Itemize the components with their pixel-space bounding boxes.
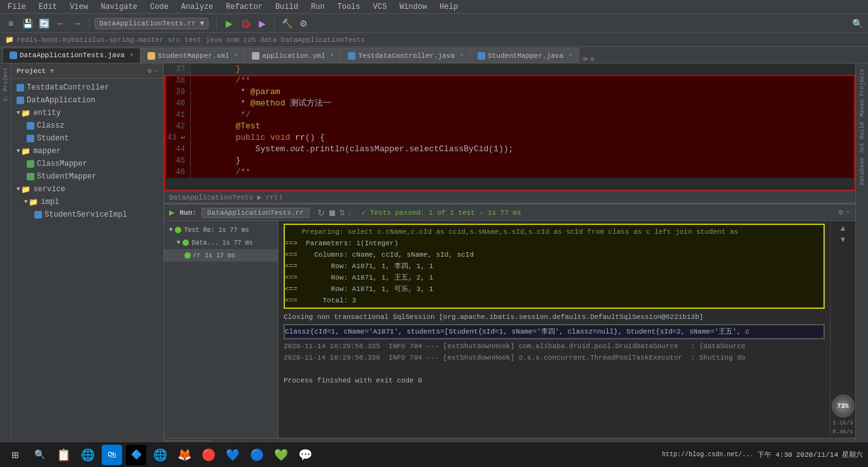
taskview-btn[interactable]: 📋 bbox=[53, 445, 74, 465]
menu-refactor[interactable]: Refactor bbox=[223, 1, 265, 13]
code-line-37: 37 } bbox=[165, 64, 855, 75]
run-item-testresult[interactable]: ▼ Test Re: 1s 77 ms bbox=[164, 224, 278, 236]
run-play-btn[interactable]: ▶ bbox=[169, 207, 174, 218]
project-dropdown-icon[interactable]: ▼ bbox=[50, 67, 54, 75]
store-icon[interactable]: 🛍 bbox=[102, 445, 122, 465]
tree-item-testdatacontroller[interactable]: TestdataController bbox=[11, 81, 163, 94]
tree-expand-service: ▼ bbox=[17, 186, 20, 193]
tab-close-ctrl[interactable]: × bbox=[460, 52, 464, 59]
tree-icon-student bbox=[27, 135, 34, 142]
toolbar-save-btn[interactable]: 💾 bbox=[20, 17, 34, 30]
tree-item-service-folder[interactable]: ▼ 📁 service bbox=[11, 183, 163, 196]
tree-item-entity-folder[interactable]: ▼ 📁 entity bbox=[11, 107, 163, 119]
tab-datapplicationtests[interactable]: DataApplicationTests.java × bbox=[3, 48, 141, 63]
run-item-data[interactable]: ▼ Data... 1s 77 ms bbox=[164, 236, 278, 249]
app9-icon[interactable]: 💚 bbox=[271, 445, 291, 465]
tree-item-student[interactable]: Student bbox=[11, 132, 163, 145]
chrome-icon[interactable]: 🌐 bbox=[150, 445, 170, 465]
toolbar-sep1 bbox=[89, 18, 90, 29]
run-item-label-2: Data... 1s 77 ms bbox=[191, 240, 252, 247]
menu-navigate[interactable]: Navigate bbox=[98, 1, 140, 13]
firefox-icon[interactable]: 🦊 bbox=[174, 445, 195, 465]
tab-close-mapper[interactable]: × bbox=[568, 52, 572, 59]
database-tab[interactable]: Database bbox=[858, 155, 866, 187]
code-line-46: 46 /** bbox=[165, 166, 855, 178]
tree-item-dataapplication[interactable]: DataApplication bbox=[11, 94, 163, 107]
tree-item-mapper-folder[interactable]: ▼ 📁 mapper bbox=[11, 145, 163, 158]
sort-btn[interactable]: ⇅ bbox=[339, 208, 345, 218]
tab-close-datatests[interactable]: × bbox=[130, 52, 134, 59]
run-with-coverage-btn[interactable]: ▶ bbox=[255, 17, 269, 30]
run-btn[interactable]: ▶ bbox=[222, 17, 236, 30]
menu-run[interactable]: Run bbox=[308, 1, 327, 13]
breadcrumb-path: redis-boot-mybatislus-spring-master src … bbox=[17, 36, 365, 44]
menu-view[interactable]: View bbox=[67, 1, 91, 13]
intellij-icon[interactable]: 🔷 bbox=[126, 445, 146, 465]
line-num-37: 37 bbox=[165, 64, 191, 75]
ant-build-tab[interactable]: Ant Build bbox=[858, 119, 866, 156]
rerun-btn[interactable]: ↻ bbox=[317, 208, 325, 218]
taskbar-dayofweek: 星期六 bbox=[842, 450, 863, 459]
project-tab-vertical[interactable]: 1: Project bbox=[1, 64, 10, 105]
scroll-up-btn[interactable]: ▲ bbox=[839, 224, 847, 233]
menu-analyze[interactable]: Analyze bbox=[179, 1, 216, 13]
toolbar-forward-btn[interactable]: → bbox=[70, 17, 84, 30]
run-config-label[interactable]: DataApplicationTests.rr ▼ bbox=[95, 18, 209, 29]
run-item-rr[interactable]: rr 1s 17 ms bbox=[164, 249, 278, 262]
menu-help[interactable]: Help bbox=[437, 1, 460, 13]
stop-btn[interactable]: ⏹ bbox=[327, 208, 336, 218]
app6-icon[interactable]: 🔴 bbox=[198, 445, 219, 465]
menu-code[interactable]: Code bbox=[148, 1, 171, 13]
menu-file[interactable]: File bbox=[5, 1, 29, 13]
toolbar-sync-btn[interactable]: 🔄 bbox=[37, 17, 51, 30]
scroll-down-btn[interactable]: ▼ bbox=[839, 235, 847, 244]
panel-minimize-icon[interactable]: − bbox=[846, 208, 850, 217]
tree-item-classz[interactable]: Classz bbox=[11, 119, 163, 132]
tree-item-studentmapper[interactable]: StudentMapper bbox=[11, 170, 163, 183]
project-panel: Project ▼ ⚙ − TestdataController DataApp… bbox=[11, 64, 164, 453]
tree-item-studentserviceimpl[interactable]: StudentServiceImpl bbox=[11, 208, 163, 221]
vscode-icon[interactable]: 💙 bbox=[223, 445, 243, 465]
tabs-settings-btn[interactable]: ⚙ bbox=[591, 55, 595, 63]
tree-icon-classz bbox=[27, 122, 34, 130]
debug-btn[interactable]: 🐞 bbox=[238, 17, 252, 30]
wechat-icon[interactable]: 💬 bbox=[295, 445, 315, 465]
toolbar-menu-btn[interactable]: ≡ bbox=[4, 17, 18, 30]
tab-studentmapper-xml[interactable]: StudentMapper.xml × bbox=[141, 48, 245, 63]
tab-testdatacontroller[interactable]: TestdataController.java × bbox=[341, 48, 471, 63]
run-output[interactable]: Preparing: select c.cName,c.cId as ccid,… bbox=[279, 221, 830, 438]
tree-item-classmapper[interactable]: ClassMapper bbox=[11, 158, 163, 170]
search-taskbar[interactable]: 🔍 bbox=[29, 445, 50, 465]
menu-build[interactable]: Build bbox=[273, 1, 301, 13]
settings-btn[interactable]: ⚙ bbox=[296, 17, 310, 30]
tab-close-xml[interactable]: × bbox=[234, 52, 238, 59]
code-line-43: 43 ↩ public void rr() { bbox=[165, 132, 855, 144]
menu-vcs[interactable]: VCS bbox=[371, 1, 390, 13]
build-btn[interactable]: 🔨 bbox=[280, 17, 294, 30]
tab-application-yml[interactable]: application.yml × bbox=[245, 48, 341, 63]
search-everywhere-btn[interactable]: 🔍 bbox=[850, 17, 864, 30]
maven-projects-tab[interactable]: Maven Projects bbox=[858, 66, 866, 119]
tabs-overflow-btn[interactable]: ≫ bbox=[582, 55, 588, 63]
tab-label-xml: StudentMapper.xml bbox=[158, 52, 229, 60]
filter-btn[interactable]: ↓ bbox=[348, 208, 352, 218]
speed-label-down: 0.4k/s bbox=[832, 429, 853, 435]
app8-icon[interactable]: 🔵 bbox=[247, 445, 267, 465]
run-panel-header: ▶ Run: DataApplicationTests.rr ↻ ⏹ ⇅ ↓ ✓… bbox=[164, 205, 855, 221]
menu-window[interactable]: Window bbox=[397, 1, 429, 13]
code-editor[interactable]: 37 } 38 /** 39 * @param bbox=[164, 64, 855, 191]
menu-tools[interactable]: Tools bbox=[335, 1, 363, 13]
toolbar-back-btn[interactable]: ← bbox=[53, 17, 67, 30]
edge-icon[interactable]: 🌐 bbox=[78, 445, 98, 465]
menu-edit[interactable]: Edit bbox=[36, 1, 60, 13]
tab-studentmapper-java[interactable]: StudentMapper.java × bbox=[471, 48, 579, 63]
bottom-panel: ▶ Run: DataApplicationTests.rr ↻ ⏹ ⇅ ↓ ✓… bbox=[164, 203, 855, 453]
project-panel-minimize[interactable]: − bbox=[154, 67, 158, 75]
result-output-box: Classz{cId=1, cName='A1871', students=[S… bbox=[284, 324, 825, 339]
run-config-selector[interactable]: DataApplicationTests.rr bbox=[202, 208, 310, 218]
start-button[interactable]: ⊞ bbox=[5, 445, 25, 465]
panel-settings-icon[interactable]: ⚙ bbox=[839, 208, 843, 217]
tab-close-yml[interactable]: × bbox=[330, 52, 334, 59]
tree-item-impl-folder[interactable]: ▼ 📁 impl bbox=[11, 196, 163, 208]
project-panel-settings[interactable]: ⚙ bbox=[148, 67, 152, 75]
